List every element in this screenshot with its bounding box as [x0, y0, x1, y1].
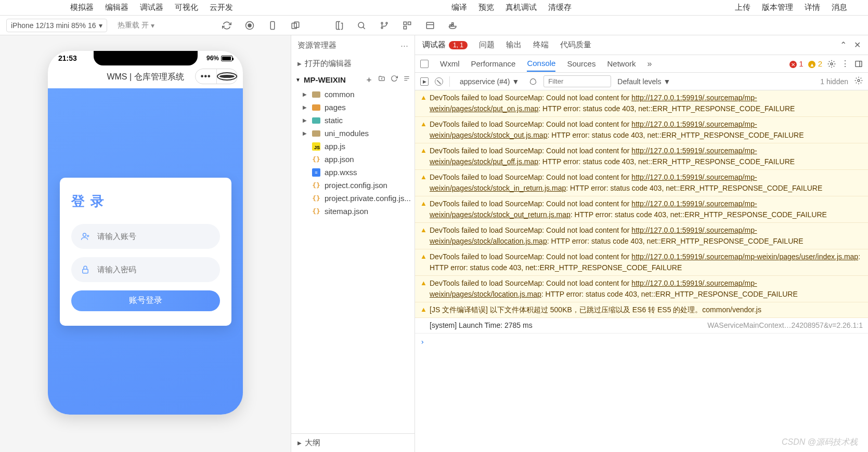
- warning-count[interactable]: ▲ 2: [808, 59, 822, 69]
- file-project.config.json[interactable]: ▶{}project.config.json: [301, 179, 414, 192]
- docker-icon[interactable]: [448, 21, 458, 30]
- json-icon: {}: [312, 194, 320, 203]
- console-output[interactable]: ▲DevTools failed to load SourceMap: Coul…: [415, 90, 868, 452]
- svg-rect-10: [408, 22, 411, 24]
- sourcemap-link[interactable]: http://127.0.0.1:59919/.sourcemap/mp-wei…: [430, 226, 757, 245]
- sourcemap-link[interactable]: http://127.0.0.1:59919/.sourcemap/mp-wei…: [430, 200, 757, 219]
- sidebar-toggle-icon[interactable]: ▶: [420, 77, 429, 86]
- menu-right-2[interactable]: 详情: [805, 3, 820, 12]
- phone-icon[interactable]: [268, 21, 277, 30]
- tab-codequality[interactable]: 代码质量: [560, 40, 591, 50]
- file-pages[interactable]: ▶pages: [301, 101, 414, 114]
- menu-left-2[interactable]: 调试器: [140, 3, 163, 12]
- phone-notch: [94, 51, 198, 65]
- password-field[interactable]: [71, 257, 220, 282]
- chevron-down-icon: ▼: [295, 77, 301, 83]
- file-app.json[interactable]: ▶{}app.json: [301, 153, 414, 166]
- tab-debugger[interactable]: 调试器 1, 1: [422, 40, 468, 50]
- filter-input[interactable]: [543, 75, 611, 87]
- warning-icon: ▲: [420, 172, 430, 194]
- account-input[interactable]: [97, 232, 211, 241]
- json-icon: {}: [312, 155, 320, 164]
- password-input[interactable]: [97, 265, 211, 274]
- hot-reload-toggle[interactable]: 热重载 开 ▾: [118, 21, 154, 30]
- warning-icon: ▲: [420, 92, 430, 114]
- search-icon[interactable]: [357, 21, 366, 30]
- popout-icon[interactable]: [291, 21, 300, 30]
- element-picker-icon[interactable]: [420, 60, 429, 68]
- file-app.wxss[interactable]: ▶≡app.wxss: [301, 166, 414, 179]
- file-sitemap.json[interactable]: ▶{}sitemap.json: [301, 205, 414, 218]
- menu-right-1[interactable]: 版本管理: [762, 3, 793, 12]
- sourcemap-link[interactable]: http://127.0.0.1:59919/.sourcemap/mp-wei…: [430, 147, 757, 166]
- files-icon[interactable]: [334, 21, 343, 30]
- collapse-icon[interactable]: [403, 75, 410, 82]
- subtab-sources[interactable]: Sources: [567, 56, 595, 71]
- sourcemap-link[interactable]: http://127.0.0.1:59919/.sourcemap/mp-wei…: [430, 279, 757, 298]
- sourcemap-link[interactable]: http://127.0.0.1:59919/.sourcemap/mp-wei…: [430, 120, 757, 139]
- menu-center-2[interactable]: 真机调试: [506, 3, 537, 12]
- log-source-link[interactable]: WAServiceMainContext…24208957&v=2.26.1:1: [707, 320, 863, 331]
- extensions-icon[interactable]: [403, 21, 412, 30]
- clear-console-icon[interactable]: [435, 77, 443, 86]
- file-common[interactable]: ▶common: [301, 88, 414, 101]
- warning-icon: ▲: [420, 198, 430, 220]
- login-button[interactable]: 账号登录: [71, 290, 220, 311]
- record-icon[interactable]: [245, 21, 254, 30]
- refresh-icon[interactable]: [222, 21, 231, 30]
- sourcemap-link[interactable]: http://127.0.0.1:59919/.sourcemap/mp-wei…: [430, 173, 757, 192]
- svg-rect-19: [856, 61, 862, 67]
- file-app.js[interactable]: ▶JSapp.js: [301, 140, 414, 153]
- more-tabs-icon[interactable]: »: [647, 59, 652, 69]
- device-selector[interactable]: iPhone 12/13 mini 85% 16 ▾: [6, 19, 107, 32]
- account-field[interactable]: [71, 224, 220, 249]
- tab-problems[interactable]: 问题: [479, 40, 495, 50]
- gear-icon[interactable]: [854, 76, 863, 86]
- kebab-icon[interactable]: ⋮: [841, 59, 849, 69]
- new-folder-icon[interactable]: [378, 75, 385, 82]
- js-icon: JS: [312, 142, 320, 151]
- close-icon[interactable]: ✕: [854, 40, 861, 50]
- file-uni_modules[interactable]: ▶uni_modules: [301, 127, 414, 140]
- tab-terminal[interactable]: 终端: [533, 40, 549, 50]
- branch-icon[interactable]: [380, 21, 389, 30]
- project-header[interactable]: ▼ MP-WEIXIN ＋: [291, 72, 414, 88]
- dock-icon[interactable]: [854, 60, 863, 68]
- subtab-performance[interactable]: Performance: [471, 56, 516, 71]
- menu-right-3[interactable]: 消息: [832, 3, 847, 12]
- live-expression-icon[interactable]: [529, 77, 537, 86]
- menu-left-3[interactable]: 可视化: [175, 3, 198, 12]
- subtab-wxml[interactable]: Wxml: [440, 56, 460, 71]
- svg-point-5: [358, 22, 364, 28]
- more-icon[interactable]: ⋯: [400, 41, 408, 50]
- log-levels-selector[interactable]: Default levels ▼: [617, 77, 670, 86]
- menu-left-0[interactable]: 模拟器: [70, 3, 94, 12]
- capsule-menu-icon[interactable]: •••: [196, 69, 216, 84]
- tab-output[interactable]: 输出: [506, 40, 522, 50]
- menu-center-3[interactable]: 清缓存: [548, 3, 572, 12]
- console-system-row: [system] Launch Time: 2785 msWAServiceMa…: [415, 318, 868, 334]
- sourcemap-link[interactable]: http://127.0.0.1:59919/.sourcemap/mp-wei…: [430, 94, 757, 113]
- menu-center-0[interactable]: 编译: [451, 3, 467, 12]
- chevron-up-icon[interactable]: ⌃: [840, 40, 847, 50]
- subtab-console[interactable]: Console: [527, 56, 555, 72]
- menu-right-0[interactable]: 上传: [735, 3, 750, 12]
- file-project.private.config.js...[interactable]: ▶{}project.private.config.js...: [301, 192, 414, 205]
- menu-center-1[interactable]: 预览: [478, 3, 494, 12]
- gear-icon[interactable]: [827, 60, 836, 68]
- layout-icon[interactable]: [425, 21, 435, 30]
- open-editors-section[interactable]: ▶ 打开的编辑器: [291, 56, 414, 72]
- refresh-icon[interactable]: [391, 75, 398, 82]
- file-static[interactable]: ▶static: [301, 114, 414, 127]
- hidden-count[interactable]: 1 hidden: [820, 77, 848, 86]
- sourcemap-link[interactable]: http://127.0.0.1:59919/.sourcemap/mp-wei…: [631, 252, 858, 261]
- capsule-close-icon[interactable]: [217, 69, 238, 84]
- menu-left-4[interactable]: 云开发: [210, 3, 233, 12]
- menu-left-1[interactable]: 编辑器: [105, 3, 128, 12]
- console-prompt[interactable]: ›: [415, 334, 868, 351]
- context-selector[interactable]: appservice (#4) ▼: [456, 76, 523, 87]
- error-count[interactable]: ✕ 1: [789, 59, 804, 69]
- subtab-network[interactable]: Network: [607, 56, 636, 71]
- new-file-icon[interactable]: ＋: [365, 75, 373, 85]
- outline-section[interactable]: ▶ 大纲: [291, 434, 414, 452]
